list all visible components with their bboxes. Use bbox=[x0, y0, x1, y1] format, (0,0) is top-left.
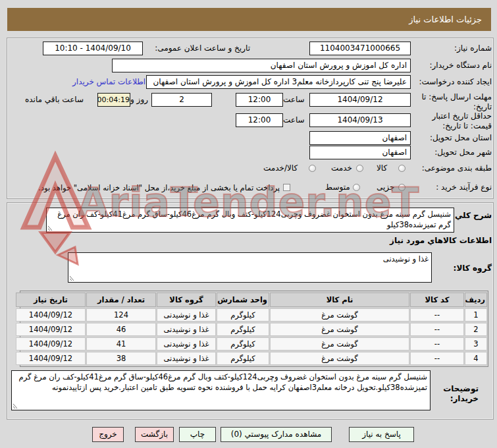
purchase-process-label: نوع فرآیند خرید : bbox=[436, 182, 492, 192]
table-cell: 2 bbox=[465, 323, 487, 336]
delivery-province-label: استان محل تحویل: bbox=[430, 133, 492, 142]
radio-goods bbox=[398, 165, 405, 172]
radio-goods-service-label: کالا/خدمت bbox=[263, 163, 298, 173]
radio-medium-label: متوسط bbox=[325, 182, 350, 192]
goods-group-text: غذا و نوشیدنی bbox=[383, 254, 429, 264]
delivery-city-label: شهر محل تحویل: bbox=[434, 148, 492, 157]
radio-service-label: خدمت bbox=[331, 163, 352, 173]
response-deadline-date-field: 1404/09/12 bbox=[309, 93, 411, 107]
table-cell: -- bbox=[410, 323, 464, 336]
goods-table: ردیفکد کالانام کالاواحد شمارشگروه کالاتع… bbox=[20, 291, 488, 367]
table-cell: غذا و نوشیدنی bbox=[157, 337, 216, 350]
page-title: جزئیات اطلاعات نیاز bbox=[7, 8, 491, 31]
request-creator-label: ایجاد کننده درخواست: bbox=[419, 77, 492, 86]
table-header-cell: ردیف bbox=[465, 293, 487, 307]
resize-handle-icon bbox=[47, 225, 53, 231]
days-remaining-label: روز و bbox=[130, 95, 148, 104]
table-cell: 4 bbox=[465, 352, 487, 365]
resize-handle-icon bbox=[69, 275, 75, 281]
table-cell: 1404/09/12 bbox=[16, 323, 86, 336]
table-header-cell: تاریخ نیاز bbox=[16, 293, 86, 307]
buyer-org-label: نام دستگاه خریدار: bbox=[430, 61, 492, 70]
description-textarea[interactable]: شنیسل گرم سینه مرغ بدون استخوان غضروف وچ… bbox=[46, 208, 454, 233]
goods-section-title: اطلاعات کالاهاي مورد نياز bbox=[390, 236, 492, 245]
need-number-field: 1104003471000665 bbox=[309, 42, 411, 55]
subject-class-label: طبقه بندی موضوعی: bbox=[422, 163, 492, 173]
treasury-docs-checkbox bbox=[283, 184, 290, 191]
buyer-notes-textarea[interactable]: شنیسل گرم سینه مرغ بدون استخوان غضروف وچ… bbox=[11, 370, 431, 410]
back-button[interactable]: بازگشت bbox=[135, 427, 174, 442]
buyer-contact-link[interactable]: اطلاعات تماس خریدار bbox=[72, 77, 145, 86]
table-cell: غذا و نوشیدنی bbox=[157, 323, 216, 336]
table-cell: -- bbox=[410, 308, 464, 322]
table-cell: 1 bbox=[465, 308, 487, 322]
table-cell: کیلوگرم bbox=[217, 337, 269, 350]
table-header-cell: کد کالا bbox=[410, 293, 464, 307]
table-header-row: ردیفکد کالانام کالاواحد شمارشگروه کالاتع… bbox=[16, 293, 487, 307]
price-validity-time-field: 12:00 bbox=[236, 113, 283, 127]
response-deadline-time-field: 12:00 bbox=[236, 93, 283, 107]
view-attachments-button[interactable]: مشاهده مدارک پیوستي (0) bbox=[221, 427, 332, 442]
radio-minor-label: جزیی bbox=[377, 182, 394, 192]
table-cell: 1404/09/12 bbox=[16, 308, 86, 322]
exit-button[interactable]: خروج bbox=[92, 427, 124, 442]
need-number-label: شماره نیاز: bbox=[454, 43, 492, 53]
goods-group-textarea[interactable]: غذا و نوشیدنی bbox=[68, 252, 432, 283]
buyer-org-field: اداره کل اموزش و پرورش استان اصفهان bbox=[112, 59, 411, 72]
table-cell: گوشت مرغ bbox=[270, 337, 409, 350]
table-cell: 1404/09/12 bbox=[16, 352, 86, 365]
goods-group-label: گروه کالا: bbox=[454, 264, 492, 273]
hours-remaining-label: ساعت باقي مانده bbox=[25, 95, 84, 104]
table-cell: غذا و نوشیدنی bbox=[157, 308, 216, 322]
table-cell: 41 bbox=[86, 337, 156, 350]
radio-service bbox=[356, 165, 363, 172]
need-details-page: جزئیات اطلاعات نیاز شماره نیاز: 11040034… bbox=[0, 0, 497, 448]
table-cell: کیلوگرم bbox=[217, 352, 269, 365]
buyer-notes-text: شنیسل گرم سینه مرغ بدون استخوان غضروف وچ… bbox=[19, 372, 427, 392]
table-cell: -- bbox=[410, 352, 464, 365]
table-header-cell: واحد شمارش bbox=[217, 293, 269, 307]
announce-datetime-label: تاریخ و ساعت اعلان عمومی: bbox=[155, 43, 250, 53]
table-cell: -- bbox=[410, 337, 464, 350]
delivery-province-field: اصفهان bbox=[309, 131, 411, 145]
table-cell: 46 bbox=[86, 323, 156, 336]
days-remaining-field: 2 bbox=[151, 93, 212, 107]
radio-goods-service bbox=[309, 165, 316, 172]
table-cell: 124 bbox=[86, 308, 156, 322]
table-header-cell: نام کالا bbox=[270, 293, 409, 307]
table-cell: 38 bbox=[86, 352, 156, 365]
table-row: 2--گوشت مرغکیلوگرمغذا و نوشیدنی461404/09… bbox=[16, 323, 487, 336]
table-row: 4--گوشت مرغکیلوگرمغذا و نوشیدنی381404/09… bbox=[16, 352, 487, 365]
price-validity-label: حداقل تاریخ اعتبار قیمت: تا تاریخ: bbox=[418, 111, 492, 131]
table-cell: 3 bbox=[465, 337, 487, 350]
radio-minor bbox=[398, 184, 405, 191]
table-cell: گوشت مرغ bbox=[270, 308, 409, 322]
table-cell: غذا و نوشیدنی bbox=[157, 352, 216, 365]
description-text: شنیسل گرم سینه مرغ بدون استخوان غضروف وچ… bbox=[57, 210, 451, 229]
response-deadline-label: مهلت ارسال پاسخ: تا تاریخ: bbox=[418, 92, 492, 112]
table-cell: کیلوگرم bbox=[217, 308, 269, 322]
response-deadline-hour-label: ساعت bbox=[283, 95, 305, 104]
announce-datetime-field: 1404/09/10 - 10:10 bbox=[43, 42, 143, 55]
respond-button[interactable]: پاسخ به نیاز bbox=[349, 427, 414, 442]
price-validity-hour-label: ساعت bbox=[283, 115, 305, 125]
table-header-cell: گروه کالا bbox=[157, 293, 216, 307]
table-row: 3--گوشت مرغکیلوگرمغذا و نوشیدنی411404/09… bbox=[16, 337, 487, 350]
table-row: 1--گوشت مرغکیلوگرمغذا و نوشیدنی1241404/0… bbox=[16, 308, 487, 322]
resize-handle-icon bbox=[13, 403, 18, 409]
treasury-docs-checkbox-label: پرداخت تمام یا بخشی از مبلغ خرید،از محل … bbox=[14, 183, 280, 192]
buyer-notes-label: توضیحات خریدار: bbox=[431, 384, 479, 404]
table-cell: گوشت مرغ bbox=[270, 323, 409, 336]
delivery-city-field: اصفهان bbox=[309, 146, 411, 159]
hours-remaining-field: 00:04:19 bbox=[97, 93, 130, 107]
radio-goods-label: کالا bbox=[377, 163, 387, 173]
radio-medium bbox=[353, 184, 360, 191]
price-validity-date-field: 1404/09/13 bbox=[309, 113, 411, 127]
table-cell: کیلوگرم bbox=[217, 323, 269, 336]
request-creator-field: علیرضا پنج تنی کارپردازخانه معلم3 اداره … bbox=[146, 75, 411, 89]
table-cell: گوشت مرغ bbox=[270, 352, 409, 365]
table-header-cell: تعداد / مقدار bbox=[86, 293, 156, 307]
table-cell: 1404/09/12 bbox=[16, 337, 86, 350]
print-button[interactable]: چاپ bbox=[179, 427, 216, 442]
